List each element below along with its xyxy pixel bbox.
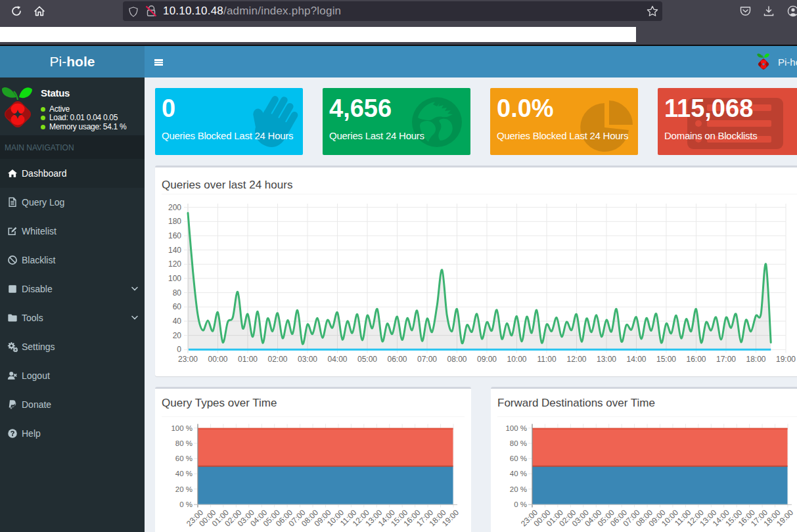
svg-text:200: 200 [168,203,181,212]
svg-text:23:00: 23:00 [178,355,198,364]
svg-text:16:00: 16:00 [686,355,706,364]
svg-text:0 %: 0 % [179,500,193,508]
svg-text:14:00: 14:00 [626,355,646,364]
svg-text:02:00: 02:00 [267,355,287,364]
svg-text:18:00: 18:00 [746,355,765,364]
svg-text:40 %: 40 % [510,470,527,477]
svg-text:15:00: 15:00 [656,355,676,364]
svg-text:08:00: 08:00 [447,355,467,364]
svg-text:20 %: 20 % [510,485,527,493]
svg-text:60 %: 60 % [510,454,527,462]
svg-text:80 %: 80 % [175,439,193,447]
svg-text:160: 160 [168,231,181,240]
svg-text:80: 80 [173,288,182,298]
svg-text:06:00: 06:00 [387,355,407,364]
svg-text:11:00: 11:00 [537,355,556,364]
svg-text:80 %: 80 % [510,439,527,447]
svg-text:0 %: 0 % [514,500,527,508]
svg-text:12:00: 12:00 [566,355,586,364]
svg-text:40 %: 40 % [175,470,193,477]
svg-text:0: 0 [177,345,181,354]
svg-text:20: 20 [173,331,182,340]
svg-text:60 %: 60 % [175,454,193,462]
svg-text:09:00: 09:00 [477,355,497,364]
svg-text:60: 60 [173,302,182,311]
svg-text:180: 180 [168,217,181,226]
svg-text:100: 100 [168,274,181,283]
svg-text:17:00: 17:00 [716,355,736,364]
svg-text:00:00: 00:00 [208,355,227,364]
svg-text:120: 120 [168,259,181,269]
svg-text:100 %: 100 % [505,424,527,432]
svg-text:40: 40 [173,317,182,326]
svg-text:13:00: 13:00 [597,355,616,364]
svg-text:140: 140 [168,246,181,255]
svg-text:04:00: 04:00 [327,355,347,364]
svg-text:20 %: 20 % [175,485,193,493]
svg-text:07:00: 07:00 [417,355,437,364]
svg-text:100 %: 100 % [171,424,193,432]
svg-text:19:00: 19:00 [776,355,796,364]
svg-text:01:00: 01:00 [238,355,258,364]
svg-text:10:00: 10:00 [507,355,526,364]
svg-text:03:00: 03:00 [298,355,317,364]
svg-text:05:00: 05:00 [357,355,377,364]
